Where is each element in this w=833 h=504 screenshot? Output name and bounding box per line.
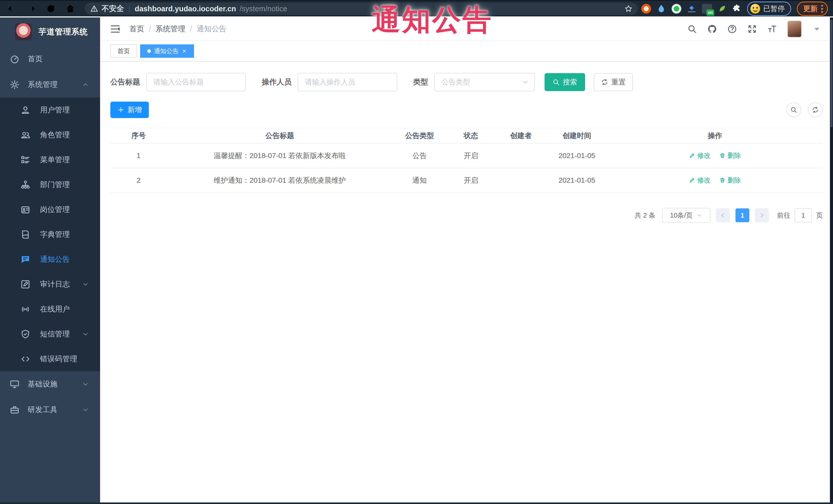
- refresh-table-button[interactable]: [808, 102, 823, 117]
- tab-home[interactable]: 首页: [110, 44, 137, 58]
- sidebar-item-departments[interactable]: 部门管理: [0, 172, 100, 197]
- sidebar-item-roles[interactable]: 角色管理: [0, 122, 100, 147]
- browser-reload-icon[interactable]: [46, 4, 56, 14]
- chat-bubble-icon: [21, 255, 30, 264]
- help-icon[interactable]: [727, 24, 737, 34]
- search-button-label: 搜索: [563, 77, 577, 87]
- edit-link[interactable]: 修改: [689, 176, 711, 185]
- extension-dark-icon[interactable]: on: [702, 4, 712, 14]
- browser-profile-chip[interactable]: 已暂停: [747, 2, 791, 16]
- current-page-button[interactable]: 1: [736, 208, 749, 222]
- sidebar-item-dev-tools[interactable]: 研发工具: [0, 397, 100, 423]
- user-menu-caret-icon[interactable]: [812, 24, 822, 34]
- browser-update-button[interactable]: 更新: [797, 2, 828, 16]
- online-signal-icon: [21, 304, 30, 314]
- tabs-bar: 首页 通知公告: [100, 41, 833, 62]
- reset-button-label: 重置: [611, 77, 626, 87]
- scrollbar-thumb[interactable]: [830, 20, 832, 127]
- search-button[interactable]: 搜索: [545, 73, 585, 91]
- sidebar: 芋道管理系统 首页 系统管理 用户管理 角色管理: [0, 18, 100, 502]
- profile-avatar-emoji: [751, 4, 760, 14]
- sidebar-item-audit-log[interactable]: 审计日志: [0, 272, 100, 297]
- extension-diamond-chart-icon[interactable]: [687, 4, 696, 13]
- page-size-select[interactable]: 10条/页: [662, 208, 710, 223]
- prev-page-button[interactable]: [716, 208, 730, 222]
- app-logo-row[interactable]: 芋道管理系统: [0, 18, 100, 46]
- cell-status: 开启: [447, 168, 495, 193]
- next-page-button[interactable]: [755, 208, 769, 222]
- search-icon[interactable]: [687, 24, 697, 34]
- extensions-puzzle-icon[interactable]: [732, 4, 741, 13]
- extension-orange-icon[interactable]: [641, 4, 651, 14]
- sidebar-item-label: 错误码管理: [40, 354, 77, 364]
- delete-link[interactable]: 删除: [719, 151, 741, 160]
- extension-drop-icon[interactable]: [657, 4, 666, 13]
- sidebar-item-online-users[interactable]: 在线用户: [0, 297, 100, 321]
- col-header-title: 公告标题: [167, 128, 392, 143]
- sidebar-item-users[interactable]: 用户管理: [0, 97, 100, 122]
- table-row: 2 维护通知：2018-07-01 若依系统凌晨维护 通知 开启 2021-01…: [110, 168, 823, 193]
- close-tab-icon[interactable]: [182, 48, 187, 54]
- bookmark-star-icon[interactable]: [624, 5, 633, 13]
- extension-green-circle-icon[interactable]: [672, 4, 681, 14]
- search-icon: [552, 78, 560, 86]
- browser-home-icon[interactable]: [65, 4, 75, 14]
- pagination-total: 共 2 条: [635, 211, 656, 220]
- sidebar-item-home[interactable]: 首页: [0, 46, 100, 72]
- sidebar-item-error-codes[interactable]: 错误码管理: [0, 346, 100, 371]
- sidebar-item-label: 系统管理: [28, 79, 57, 90]
- sidebar-item-label: 研发工具: [28, 405, 57, 415]
- add-button[interactable]: 新增: [110, 102, 149, 118]
- extension-leaf-icon[interactable]: [718, 4, 727, 13]
- dashboard-icon: [10, 54, 20, 64]
- browser-back-icon[interactable]: [7, 4, 17, 14]
- trash-icon: [719, 177, 725, 183]
- delete-link[interactable]: 删除: [719, 176, 741, 185]
- breadcrumb: 首页 / 系统管理 / 通知公告: [129, 24, 227, 34]
- title-input[interactable]: [146, 73, 246, 91]
- edit-link-label: 修改: [697, 151, 711, 160]
- sidebar-item-posts[interactable]: 岗位管理: [0, 197, 100, 222]
- page-unit-label: 页: [816, 211, 823, 220]
- chevron-down-icon: [522, 79, 529, 86]
- system-submenu: 用户管理 角色管理 菜单管理 部门管理 岗位管理: [0, 97, 100, 371]
- col-header-no: 序号: [110, 128, 167, 143]
- gear-icon: [10, 80, 20, 90]
- address-bar[interactable]: 不安全 dashboard.yudao.iocoder.cn /system/n…: [85, 3, 638, 15]
- chevron-right-icon: [759, 212, 765, 218]
- edit-link[interactable]: 修改: [689, 151, 711, 160]
- security-label: 不安全: [102, 4, 124, 14]
- code-icon: [21, 354, 30, 364]
- github-icon[interactable]: [707, 24, 717, 34]
- font-size-icon[interactable]: [767, 24, 777, 34]
- browser-forward-icon[interactable]: [26, 4, 37, 14]
- tab-label: 通知公告: [154, 47, 178, 55]
- browser-menu-icon[interactable]: [821, 5, 823, 13]
- sidebar-item-label: 角色管理: [40, 130, 70, 140]
- trash-icon: [719, 152, 725, 159]
- pencil-icon: [689, 177, 695, 183]
- goto-page-input[interactable]: [794, 208, 812, 222]
- tab-notice[interactable]: 通知公告: [140, 44, 194, 58]
- sidebar-item-menus[interactable]: 菜单管理: [0, 147, 100, 172]
- extension-on-badge: on: [707, 9, 714, 16]
- sidebar-item-sms[interactable]: 短信管理: [0, 321, 100, 346]
- user-avatar[interactable]: [787, 21, 802, 38]
- toggle-search-button[interactable]: [786, 102, 801, 117]
- sidebar-item-notice[interactable]: 通知公告: [0, 247, 100, 272]
- type-select[interactable]: 公告类型: [434, 73, 535, 91]
- reset-button[interactable]: 重置: [594, 73, 633, 91]
- sidebar-item-label: 岗位管理: [40, 205, 70, 215]
- sidebar-item-infrastructure[interactable]: 基础设施: [0, 371, 100, 397]
- cell-actions: 修改 删除: [607, 143, 823, 168]
- operator-input[interactable]: [298, 73, 397, 91]
- sidebar-item-system[interactable]: 系统管理: [0, 72, 100, 97]
- sidebar-collapse-icon[interactable]: [110, 24, 121, 34]
- fullscreen-icon[interactable]: [747, 24, 757, 34]
- sidebar-item-label: 短信管理: [40, 329, 70, 339]
- sidebar-item-dictionary[interactable]: 字典管理: [0, 222, 100, 247]
- breadcrumb-home[interactable]: 首页: [129, 24, 144, 34]
- breadcrumb-system[interactable]: 系统管理: [156, 24, 185, 34]
- browser-scrollbar[interactable]: [830, 18, 833, 504]
- active-tab-dot: [147, 49, 151, 53]
